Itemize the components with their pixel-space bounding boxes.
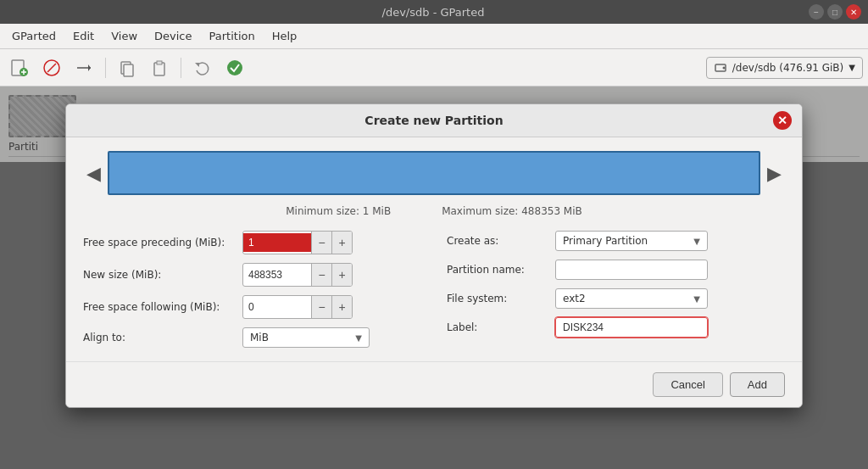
dialog-footer: Cancel Add: [66, 361, 802, 407]
preview-left-arrow[interactable]: ◀: [83, 159, 104, 187]
free-space-preceding-increment[interactable]: +: [331, 232, 352, 254]
toolbar-delete-button[interactable]: [37, 53, 66, 82]
align-to-row: Align to: MiB ▼: [83, 327, 421, 348]
file-system-value: ext2: [563, 293, 586, 304]
new-size-label: New size (MiB):: [83, 269, 236, 281]
create-as-dropdown[interactable]: Primary Partition ▼: [555, 231, 708, 251]
partition-name-row: Partition name:: [447, 260, 785, 280]
svg-line-5: [47, 64, 56, 72]
free-space-preceding-label: Free space preceding (MiB):: [83, 237, 236, 248]
align-to-value: MiB: [250, 332, 269, 343]
new-size-decrement[interactable]: −: [311, 264, 331, 286]
toolbar-new-button[interactable]: [5, 53, 34, 82]
free-space-following-input[interactable]: [243, 298, 311, 316]
dialog-overlay: Create new Partition ✕ ◀ ▶ Minimum size:…: [0, 87, 868, 469]
left-column: Free space preceding (MiB): − + New size…: [83, 231, 421, 348]
partition-name-label: Partition name:: [447, 264, 548, 276]
menu-partition[interactable]: Partition: [201, 26, 264, 46]
partition-name-input[interactable]: [555, 260, 708, 280]
free-space-following-increment[interactable]: +: [331, 296, 352, 318]
menu-help[interactable]: Help: [264, 26, 306, 46]
toolbar-copy-button[interactable]: [113, 53, 142, 82]
window-title: /dev/sdb - GParted: [58, 6, 809, 19]
menu-edit[interactable]: Edit: [64, 26, 103, 46]
add-button[interactable]: Add: [730, 372, 785, 397]
dialog-titlebar: Create new Partition ✕: [66, 104, 802, 137]
file-system-chevron-icon: ▼: [693, 294, 700, 304]
min-size-label: Minimum size: 1 MiB: [286, 205, 391, 217]
delete-icon: [42, 59, 61, 77]
create-partition-dialog: Create new Partition ✕ ◀ ▶ Minimum size:…: [65, 103, 803, 408]
toolbar-right: /dev/sdb (476.91 GiB) ▼: [706, 57, 863, 79]
svg-marker-12: [195, 63, 199, 67]
create-as-value: Primary Partition: [563, 235, 648, 247]
disk-icon: [714, 61, 727, 75]
align-to-chevron-icon: ▼: [355, 333, 362, 343]
undo-icon: [193, 59, 212, 77]
toolbar-resize-button[interactable]: [70, 53, 98, 82]
align-to-dropdown[interactable]: MiB ▼: [242, 327, 370, 348]
toolbar-paste-button[interactable]: [145, 53, 174, 82]
toolbar-apply-button[interactable]: [220, 53, 249, 82]
dialog-body: ◀ ▶ Minimum size: 1 MiB Maximum size: 48…: [66, 137, 802, 361]
file-system-dropdown[interactable]: ext2 ▼: [555, 288, 708, 309]
menubar: GParted Edit View Device Partition Help: [0, 24, 868, 49]
free-space-following-decrement[interactable]: −: [311, 296, 331, 318]
dialog-title: Create new Partition: [95, 114, 773, 127]
form-grid: Free space preceding (MiB): − + New size…: [83, 231, 785, 348]
paste-icon: [150, 59, 169, 77]
titlebar: /dev/sdb - GParted − □ ✕: [0, 0, 868, 24]
maximize-button[interactable]: □: [827, 4, 843, 20]
menu-view[interactable]: View: [103, 26, 146, 46]
svg-marker-7: [88, 64, 91, 71]
new-size-row: New size (MiB): − +: [83, 263, 421, 287]
menu-device[interactable]: Device: [146, 26, 200, 46]
label-label: Label:: [447, 321, 548, 333]
window-close-button[interactable]: ✕: [846, 4, 861, 20]
svg-rect-11: [157, 61, 162, 64]
new-partition-icon: [10, 59, 29, 77]
free-space-preceding-row: Free space preceding (MiB): − +: [83, 231, 421, 254]
toolbar-separator-2: [181, 58, 181, 78]
max-size-label: Maximum size: 488353 MiB: [442, 205, 582, 217]
dialog-close-button[interactable]: ✕: [773, 111, 792, 130]
right-column: Create as: Primary Partition ▼ Partition…: [447, 231, 785, 348]
device-selector[interactable]: /dev/sdb (476.91 GiB) ▼: [706, 57, 863, 79]
align-to-label: Align to:: [83, 332, 236, 343]
label-input[interactable]: [555, 317, 708, 338]
device-chevron-icon: ▼: [849, 63, 855, 72]
create-as-chevron-icon: ▼: [693, 237, 700, 246]
file-system-label: File system:: [447, 293, 548, 304]
cancel-button[interactable]: Cancel: [653, 372, 722, 397]
resize-icon: [75, 59, 93, 77]
free-space-preceding-input[interactable]: [243, 233, 311, 252]
main-content: Partiti una Create new Partition ✕ ◀ ▶: [0, 87, 868, 469]
create-as-row: Create as: Primary Partition ▼: [447, 231, 785, 251]
preview-right-arrow[interactable]: ▶: [764, 159, 785, 187]
free-space-following-row: Free space following (MiB): − +: [83, 295, 421, 319]
svg-point-15: [722, 66, 725, 69]
toolbar-separator-1: [105, 58, 106, 78]
titlebar-controls: − □ ✕: [809, 4, 861, 20]
free-space-preceding-input-group: − +: [242, 231, 353, 254]
partition-preview: ◀ ▶: [83, 151, 785, 195]
free-space-following-input-group: − +: [242, 295, 353, 319]
size-info-row: Minimum size: 1 MiB Maximum size: 488353…: [83, 205, 785, 217]
copy-icon: [118, 59, 136, 77]
menu-gparted[interactable]: GParted: [3, 26, 64, 46]
new-size-input-group: − +: [242, 263, 353, 287]
svg-point-13: [227, 60, 242, 75]
new-size-input[interactable]: [243, 265, 311, 284]
toolbar: /dev/sdb (476.91 GiB) ▼: [0, 49, 868, 87]
svg-rect-9: [124, 64, 133, 76]
toolbar-undo-button[interactable]: [188, 53, 217, 82]
preview-bar: [108, 151, 760, 195]
apply-icon: [225, 59, 244, 77]
create-as-label: Create as:: [447, 235, 548, 247]
minimize-button[interactable]: −: [809, 4, 824, 20]
free-space-following-label: Free space following (MiB):: [83, 301, 236, 313]
device-label: /dev/sdb (476.91 GiB): [732, 62, 844, 74]
free-space-preceding-decrement[interactable]: −: [311, 232, 331, 254]
new-size-increment[interactable]: +: [331, 264, 352, 286]
file-system-row: File system: ext2 ▼: [447, 288, 785, 309]
